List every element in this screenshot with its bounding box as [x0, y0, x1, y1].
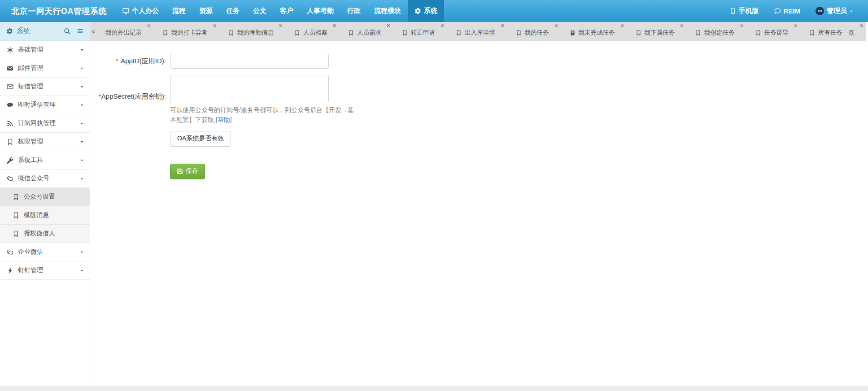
mobile-icon	[729, 8, 736, 14]
sidebar-item-7[interactable]: 微信公众号	[0, 169, 90, 188]
sidebar-item-9[interactable]: 钉钉管理	[0, 261, 90, 280]
sidebar-item-3[interactable]: 即时通信管理	[0, 96, 90, 114]
tab-5[interactable]: 转正申请	[393, 22, 447, 41]
nav-item-0[interactable]: 个人办公	[116, 0, 166, 22]
nav-item-label: 流程模块	[374, 7, 401, 15]
gear-icon	[6, 28, 13, 35]
caret-down-icon	[80, 66, 84, 70]
tab-2[interactable]: 我的考勤信息	[219, 22, 285, 41]
sidebar-item-8[interactable]: 企业微信	[0, 243, 90, 261]
tab-list: 我的外出记录我的打卡异常我的考勤信息人员档案人员需求转正申请出入库详情我的任务我…	[96, 22, 868, 41]
tab-6[interactable]: 出入库详情	[447, 22, 507, 41]
sidebar-item-label: 订阅回执管理	[18, 119, 56, 127]
nav-item-9[interactable]: 系统	[408, 0, 444, 22]
sidebar-item-5[interactable]: 权限管理	[0, 133, 90, 151]
tabbar: < 我的外出记录我的打卡异常我的考勤信息人员档案人员需求转正申请出入库详情我的任…	[90, 22, 868, 41]
sidebar-subitem-2[interactable]: 授权微信人	[0, 225, 90, 243]
bookmark-icon	[755, 30, 761, 36]
tab-9[interactable]: 我下属任务	[627, 22, 687, 41]
sidebar-subitem-0[interactable]: 公众号设置	[0, 188, 90, 206]
topbar-right: 手机版REIMTM管理员	[722, 0, 868, 22]
help-text: 可以使用公众号的订阅号/服务号都可以，到公众号后台【开发→基本配置】下获取,	[170, 106, 354, 123]
bookmark-icon	[809, 30, 815, 36]
topbar-right-item-1[interactable]: REIM	[767, 0, 808, 22]
nav-item-1[interactable]: 流程	[166, 0, 192, 22]
tab-close-icon[interactable]	[860, 24, 864, 27]
nav-item-5[interactable]: 客户	[273, 0, 300, 22]
nav-item-3[interactable]: 任务	[219, 0, 246, 22]
sidebar-subitem-label: 模版消息	[24, 211, 49, 219]
save-button[interactable]: 保存	[170, 164, 205, 179]
appid-input[interactable]	[170, 54, 329, 69]
search-icon[interactable]	[62, 26, 72, 36]
tab-close-icon[interactable]	[740, 24, 744, 27]
tab-label: 任务督导	[764, 29, 789, 37]
sidebar-item-1[interactable]: 邮件管理	[0, 59, 90, 78]
sidebar-item-6[interactable]: 系统工具	[0, 151, 90, 169]
help-link[interactable]: [帮助]	[216, 116, 232, 123]
app-title: 北京一网天行OA管理系统	[11, 6, 107, 17]
tab-close-icon[interactable]	[279, 24, 283, 27]
sidebar-item-0[interactable]: 基础管理	[0, 41, 90, 59]
bookmark-icon	[695, 30, 701, 36]
tab-close-icon[interactable]	[333, 24, 336, 27]
tab-close-icon[interactable]	[387, 24, 390, 27]
topbar-right-label: 手机版	[739, 7, 759, 15]
sidebar-item-label: 权限管理	[18, 138, 43, 146]
bookmark-icon	[162, 30, 168, 36]
appsecret-textarea[interactable]	[170, 75, 329, 102]
sidebar-subitem-label: 公众号设置	[24, 193, 55, 201]
tab-close-icon[interactable]	[501, 24, 504, 27]
tab-10[interactable]: 我创建任务	[686, 22, 746, 41]
tab-13[interactable]: 公众号设置	[866, 22, 868, 41]
nav-item-7[interactable]: 行政	[340, 0, 367, 22]
tab-label: 我未完成任务	[579, 29, 615, 37]
topbar-right-item-0[interactable]: 手机版	[722, 0, 767, 22]
tab-close-icon[interactable]	[213, 24, 217, 27]
tab-close-icon[interactable]	[147, 24, 151, 27]
caret-down-icon	[80, 48, 84, 52]
tab-label: 出入库详情	[465, 29, 495, 37]
bookmark-icon	[636, 30, 641, 36]
bookmark-icon	[13, 194, 19, 200]
tab-11[interactable]: 任务督导	[746, 22, 800, 41]
topbar-right-item-2[interactable]: TM管理员	[808, 0, 861, 22]
sidebar-item-2[interactable]: 短信管理	[0, 78, 90, 96]
bookmark-icon	[13, 230, 19, 237]
tab-label: 我下属任务	[645, 29, 675, 37]
im-bubble-icon	[7, 102, 13, 109]
appid-label: *AppID(应用ID):	[90, 57, 170, 65]
sidebar-header: 系统	[0, 22, 90, 41]
tab-12[interactable]: 所有任务一览	[800, 22, 866, 41]
tab-close-icon[interactable]	[554, 24, 558, 27]
save-row: 保存	[90, 153, 868, 179]
tab-close-icon[interactable]	[680, 24, 684, 27]
tab-1[interactable]: 我的打卡异常	[153, 22, 219, 41]
nav-item-8[interactable]: 流程模块	[367, 0, 408, 22]
nav-item-2[interactable]: 资源	[192, 0, 219, 22]
save-row-spacer	[90, 153, 170, 179]
horizontal-scrollbar[interactable]	[0, 387, 868, 391]
nav-item-6[interactable]: 人事考勤	[300, 0, 340, 22]
tab-scroll-left[interactable]: <	[90, 22, 96, 41]
menu-icon[interactable]	[75, 26, 85, 36]
required-asterisk: *	[116, 57, 118, 65]
sidebar-item-4[interactable]: 订阅回执管理	[0, 114, 90, 133]
nav-item-4[interactable]: 公文	[246, 0, 273, 22]
oa-valid-button[interactable]: OA系统是否有效	[170, 131, 231, 147]
caret-down-icon	[80, 250, 84, 254]
appsecret-help: 可以使用公众号的订阅号/服务号都可以，到公众号后台【开发→基本配置】下获取,[帮…	[170, 105, 355, 125]
sidebar-subitem-1[interactable]: 模版消息	[0, 206, 90, 225]
tab-3[interactable]: 人员档案	[285, 22, 339, 41]
brand[interactable]: 北京一网天行OA管理系统	[0, 0, 116, 22]
tab-0[interactable]: 我的外出记录	[96, 22, 153, 41]
tab-7[interactable]: 我的任务	[507, 22, 561, 41]
appsecret-label: *AppSecret(应用密钥):	[90, 75, 170, 147]
tab-close-icon[interactable]	[441, 24, 444, 27]
sidebar-item-label: 短信管理	[18, 83, 43, 91]
tab-close-icon[interactable]	[620, 24, 624, 27]
desktop-icon	[122, 8, 129, 14]
tab-8[interactable]: 我未完成任务	[561, 22, 627, 41]
tab-4[interactable]: 人员需求	[339, 22, 393, 41]
tab-close-icon[interactable]	[794, 24, 798, 27]
